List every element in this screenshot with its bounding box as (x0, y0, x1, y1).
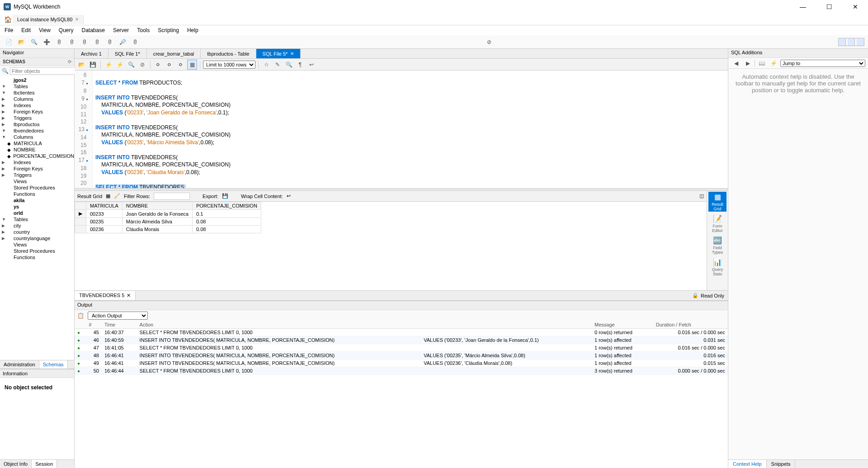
menu-tools[interactable]: Tools (137, 27, 150, 33)
tree-node[interactable]: ▶tbproductos (0, 121, 74, 128)
tree-node[interactable]: ▶Foreign Keys (0, 165, 74, 172)
tree-node[interactable]: Views (0, 178, 74, 184)
editor-tab[interactable]: SQL File 5*✕ (256, 49, 301, 58)
code-area[interactable]: SELECT * FROM TBPRODUCTOS; INSERT INTO T… (93, 71, 728, 188)
inspector-icon[interactable]: 🔍 (29, 37, 39, 47)
new-sql-icon[interactable]: 📄 (4, 37, 14, 47)
tree-node[interactable]: jgos2 (0, 77, 74, 83)
connection-tab[interactable]: Local instance MySQL80 ✕ (13, 15, 84, 24)
menu-scripting[interactable]: Scripting (158, 27, 179, 33)
tree-node[interactable]: ◆NOMBRE (0, 147, 74, 153)
result-grid-button[interactable]: ▦Result Grid (708, 192, 726, 212)
toggle-icon[interactable]: ▦ (187, 60, 197, 70)
tree-node[interactable]: ◆MATRICULA (0, 140, 74, 147)
db-tool-icon[interactable]: 🛢 (92, 37, 102, 47)
reconnect-icon[interactable]: 🛢 (130, 37, 140, 47)
beautify-icon[interactable]: ✎ (273, 60, 283, 70)
export-icon[interactable]: 💾 (222, 193, 228, 199)
menu-edit[interactable]: Edit (21, 27, 31, 33)
panel-toggle-icon[interactable]: ◫ (699, 193, 704, 199)
tree-node[interactable]: ◆PORCENTAJE_COMISION (0, 153, 74, 159)
result-tab[interactable]: TBVENDEDORES 5 ✕ (75, 291, 136, 300)
db-manage-icon[interactable]: 🛢 (67, 37, 77, 47)
limit-rows-select[interactable]: Limit to 1000 rows (203, 61, 255, 69)
forward-icon[interactable]: ▶ (743, 58, 753, 68)
tab-object-info[interactable]: Object Info (0, 460, 32, 468)
tree-node[interactable]: Functions (0, 254, 74, 260)
filter-input[interactable] (10, 67, 76, 75)
tab-context-help[interactable]: Context Help (728, 460, 767, 468)
open-file-icon[interactable]: 📂 (76, 60, 86, 70)
back-icon[interactable]: ◀ (731, 58, 741, 68)
wrap-cell-icon[interactable]: ↩ (287, 193, 291, 199)
tree-node[interactable]: ▶Foreign Keys (0, 109, 74, 115)
db-config-icon[interactable]: 🛢 (80, 37, 90, 47)
tree-node[interactable]: ▼tbvendedores (0, 128, 74, 134)
execute-icon[interactable]: ⚡ (104, 60, 113, 70)
tree-node[interactable]: ▼Tables (0, 83, 74, 90)
close-icon[interactable]: ✕ (290, 51, 294, 56)
menu-database[interactable]: Database (82, 27, 105, 33)
tree-node[interactable]: ▼Tables (0, 216, 74, 222)
editor-tab[interactable]: SQL File 1* (108, 49, 147, 58)
filter-icon[interactable]: 🧹 (114, 193, 120, 199)
tree-node[interactable]: ▼tbclientes (0, 90, 74, 96)
tree-node[interactable]: ▶city (0, 222, 74, 229)
output-table[interactable]: #TimeActionMessageDuration / Fetch●4516:… (75, 321, 728, 468)
tree-node[interactable]: ▶countrylanguage (0, 235, 74, 241)
tree-node[interactable]: akila (0, 197, 74, 203)
form-editor-button[interactable]: 📝Form Editor (708, 213, 726, 233)
autocommit-icon[interactable]: ⭘ (176, 60, 186, 70)
tab-snippets[interactable]: Snippets (767, 460, 796, 468)
open-sql-icon[interactable]: 📂 (16, 37, 26, 47)
field-types-button[interactable]: 🔤Field Types (708, 235, 726, 255)
wrap-icon[interactable]: ↩ (307, 60, 316, 70)
tree-node[interactable]: Functions (0, 191, 74, 197)
menu-help[interactable]: Help (187, 27, 198, 33)
tree-node[interactable]: ▶Indexes (0, 102, 74, 109)
close-button[interactable]: ✕ (846, 3, 864, 10)
tree-node[interactable]: ▶Triggers (0, 172, 74, 178)
db-tool2-icon[interactable]: 🛢 (105, 37, 115, 47)
schema-tree[interactable]: jgos2▼Tables▼tbclientes▶Columns▶Indexes▶… (0, 76, 74, 360)
tab-schemas[interactable]: Schemas (39, 360, 68, 369)
stop2-icon[interactable]: ⊘ (137, 60, 147, 70)
query-stats-button[interactable]: 📊Query Stats (708, 257, 726, 277)
menu-server[interactable]: Server (113, 27, 129, 33)
tree-node[interactable]: ▶country (0, 229, 74, 235)
tree-node[interactable]: ▶Triggers (0, 115, 74, 121)
invisible-icon[interactable]: ¶ (295, 60, 305, 70)
stop-icon[interactable]: ⊘ (484, 37, 494, 47)
filter-rows-input[interactable] (154, 193, 190, 200)
db-tool3-icon[interactable]: 🔎 (118, 37, 127, 47)
home-icon[interactable]: 🏠 (3, 14, 13, 24)
output-type-select[interactable]: Action Output (88, 312, 148, 320)
tab-administration[interactable]: Administration (0, 360, 39, 369)
close-icon[interactable]: ✕ (127, 293, 131, 298)
jump-to-select[interactable]: Jump to (780, 60, 865, 67)
star-icon[interactable]: ☆ (261, 60, 271, 70)
minimize-button[interactable]: — (794, 3, 812, 10)
tree-node[interactable]: ▼Columns (0, 134, 74, 140)
db-add-icon[interactable]: 🛢 (54, 37, 64, 47)
menu-view[interactable]: View (39, 27, 51, 33)
editor-tab[interactable]: Archivo 1 (75, 49, 108, 58)
tab-session[interactable]: Session (32, 460, 57, 468)
refresh-icon[interactable]: ⟳ (68, 59, 71, 64)
tree-node[interactable]: ▶Indexes (0, 159, 74, 165)
maximize-button[interactable]: ☐ (820, 3, 838, 10)
editor-tab[interactable]: tbproductos - Table (201, 49, 256, 58)
explain-icon[interactable]: 🔍 (126, 60, 136, 70)
editor-tab[interactable]: crear_borrar_tabal (147, 49, 201, 58)
sql-editor[interactable]: 6 7 ●8 9 ●10 11 12 13 ●14 15 16 17 ●18 1… (75, 71, 728, 188)
menu-query[interactable]: Query (59, 27, 74, 33)
tree-node[interactable]: Stored Procedures (0, 184, 74, 191)
auto-help-icon[interactable]: ⚡ (769, 58, 778, 68)
panel-toggle[interactable] (838, 38, 864, 46)
execute-step-icon[interactable]: ⚡ (115, 60, 125, 70)
close-icon[interactable]: ✕ (75, 17, 79, 22)
rollback-icon[interactable]: ⭘ (165, 60, 175, 70)
save-icon[interactable]: 💾 (88, 60, 98, 70)
tree-node[interactable]: ys (0, 203, 74, 210)
tree-node[interactable]: Views (0, 241, 74, 248)
